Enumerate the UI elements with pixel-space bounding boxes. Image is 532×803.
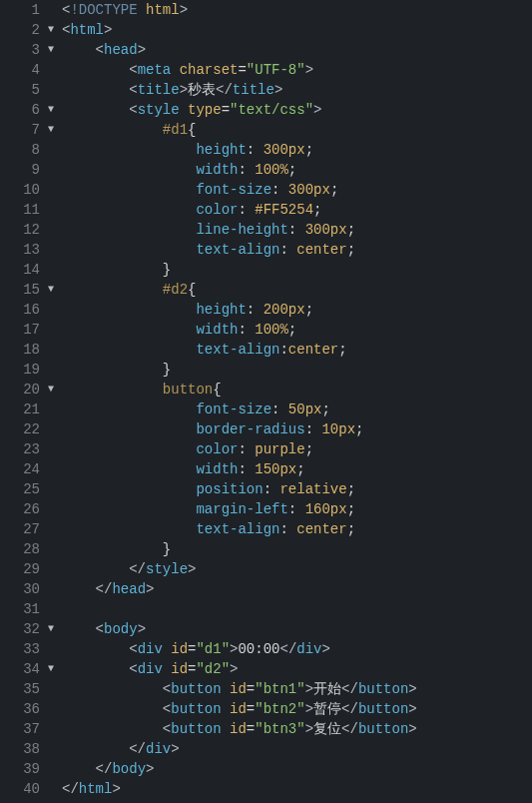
code-text[interactable]: <!DOCTYPE html>: [62, 0, 532, 20]
code-line[interactable]: 11 color: #FF5254;: [0, 200, 532, 220]
code-line[interactable]: 22 border-radius: 10px;: [0, 419, 532, 439]
fold-toggle-icon[interactable]: ▼: [48, 659, 62, 679]
code-text[interactable]: position: relative;: [62, 479, 532, 499]
code-line[interactable]: 18 text-align:center;: [0, 340, 532, 360]
line-number: 1: [0, 0, 48, 20]
code-line[interactable]: 35 <button id="btn1">开始</button>: [0, 679, 532, 699]
code-line[interactable]: 6▼ <style type="text/css">: [0, 100, 532, 120]
fold-toggle-icon[interactable]: ▼: [48, 380, 62, 400]
code-text[interactable]: text-align: center;: [62, 519, 532, 539]
code-text[interactable]: <style type="text/css">: [62, 100, 532, 120]
code-text[interactable]: }: [62, 539, 532, 559]
code-line[interactable]: 12 line-height: 300px;: [0, 220, 532, 240]
code-text[interactable]: height: 300px;: [62, 140, 532, 160]
line-number: 28: [0, 539, 48, 559]
code-line[interactable]: 24 width: 150px;: [0, 459, 532, 479]
code-line[interactable]: 29 </style>: [0, 559, 532, 579]
code-line[interactable]: 30 </head>: [0, 579, 532, 599]
code-text[interactable]: <meta charset="UTF-8">: [62, 60, 532, 80]
fold-toggle-icon[interactable]: ▼: [48, 120, 62, 140]
code-line[interactable]: 19 }: [0, 360, 532, 380]
code-line[interactable]: 16 height: 200px;: [0, 300, 532, 320]
code-text[interactable]: text-align: center;: [62, 240, 532, 260]
code-text[interactable]: </head>: [62, 579, 532, 599]
code-text[interactable]: font-size: 50px;: [62, 400, 532, 419]
fold-toggle-icon: [48, 679, 62, 699]
code-text[interactable]: </style>: [62, 559, 532, 579]
code-text[interactable]: #d2{: [62, 280, 532, 300]
code-text[interactable]: width: 150px;: [62, 459, 532, 479]
code-text[interactable]: font-size: 300px;: [62, 180, 532, 200]
code-text[interactable]: line-height: 300px;: [62, 220, 532, 240]
code-line[interactable]: 9 width: 100%;: [0, 160, 532, 180]
code-line[interactable]: 34▼ <div id="d2">: [0, 659, 532, 679]
code-text[interactable]: width: 100%;: [62, 160, 532, 180]
fold-toggle-icon[interactable]: ▼: [48, 20, 62, 40]
code-line[interactable]: 23 color: purple;: [0, 439, 532, 459]
line-number: 26: [0, 499, 48, 519]
code-line[interactable]: 21 font-size: 50px;: [0, 400, 532, 419]
code-editor[interactable]: 1<!DOCTYPE html>2▼<html>3▼ <head>4 <meta…: [0, 0, 532, 799]
code-line[interactable]: 40</html>: [0, 779, 532, 799]
code-text[interactable]: text-align:center;: [62, 340, 532, 360]
code-line[interactable]: 8 height: 300px;: [0, 140, 532, 160]
code-line[interactable]: 33 <div id="d1">00:00</div>: [0, 639, 532, 659]
code-text[interactable]: <button id="btn3">复位</button>: [62, 719, 532, 739]
code-line[interactable]: 5 <title>秒表</title>: [0, 80, 532, 100]
code-line[interactable]: 25 position: relative;: [0, 479, 532, 499]
code-text[interactable]: width: 100%;: [62, 320, 532, 340]
code-line[interactable]: 36 <button id="btn2">暂停</button>: [0, 699, 532, 719]
line-number: 36: [0, 699, 48, 719]
fold-toggle-icon: [48, 300, 62, 320]
fold-toggle-icon[interactable]: ▼: [48, 40, 62, 60]
code-text[interactable]: <head>: [62, 40, 532, 60]
code-line[interactable]: 26 margin-left: 160px;: [0, 499, 532, 519]
code-line[interactable]: 39 </body>: [0, 759, 532, 779]
fold-toggle-icon[interactable]: ▼: [48, 619, 62, 639]
code-text[interactable]: <div id="d2">: [62, 659, 532, 679]
code-line[interactable]: 10 font-size: 300px;: [0, 180, 532, 200]
code-text[interactable]: color: #FF5254;: [62, 200, 532, 220]
code-text[interactable]: }: [62, 260, 532, 280]
code-line[interactable]: 38 </div>: [0, 739, 532, 759]
code-text[interactable]: color: purple;: [62, 439, 532, 459]
code-text[interactable]: <button id="btn1">开始</button>: [62, 679, 532, 699]
code-text[interactable]: </div>: [62, 739, 532, 759]
code-text[interactable]: <html>: [62, 20, 532, 40]
code-line[interactable]: 28 }: [0, 539, 532, 559]
code-text[interactable]: </html>: [62, 779, 532, 799]
code-line[interactable]: 3▼ <head>: [0, 40, 532, 60]
fold-toggle-icon: [48, 479, 62, 499]
code-line[interactable]: 13 text-align: center;: [0, 240, 532, 260]
code-text[interactable]: <body>: [62, 619, 532, 639]
code-line[interactable]: 4 <meta charset="UTF-8">: [0, 60, 532, 80]
code-line[interactable]: 1<!DOCTYPE html>: [0, 0, 532, 20]
code-line[interactable]: 17 width: 100%;: [0, 320, 532, 340]
code-text[interactable]: #d1{: [62, 120, 532, 140]
fold-toggle-icon: [48, 180, 62, 200]
line-number: 2: [0, 20, 48, 40]
code-text[interactable]: border-radius: 10px;: [62, 419, 532, 439]
code-line[interactable]: 37 <button id="btn3">复位</button>: [0, 719, 532, 739]
fold-toggle-icon[interactable]: ▼: [48, 100, 62, 120]
code-line[interactable]: 14 }: [0, 260, 532, 280]
code-text[interactable]: [62, 599, 532, 619]
code-text[interactable]: <div id="d1">00:00</div>: [62, 639, 532, 659]
line-number: 11: [0, 200, 48, 220]
code-text[interactable]: </body>: [62, 759, 532, 779]
code-text[interactable]: button{: [62, 380, 532, 400]
code-text[interactable]: }: [62, 360, 532, 380]
code-line[interactable]: 20▼ button{: [0, 380, 532, 400]
code-line[interactable]: 27 text-align: center;: [0, 519, 532, 539]
code-line[interactable]: 2▼<html>: [0, 20, 532, 40]
code-line[interactable]: 31: [0, 599, 532, 619]
code-line[interactable]: 32▼ <body>: [0, 619, 532, 639]
code-text[interactable]: <button id="btn2">暂停</button>: [62, 699, 532, 719]
code-line[interactable]: 7▼ #d1{: [0, 120, 532, 140]
code-text[interactable]: height: 200px;: [62, 300, 532, 320]
code-line[interactable]: 15▼ #d2{: [0, 280, 532, 300]
fold-toggle-icon: [48, 459, 62, 479]
code-text[interactable]: margin-left: 160px;: [62, 499, 532, 519]
fold-toggle-icon[interactable]: ▼: [48, 280, 62, 300]
code-text[interactable]: <title>秒表</title>: [62, 80, 532, 100]
